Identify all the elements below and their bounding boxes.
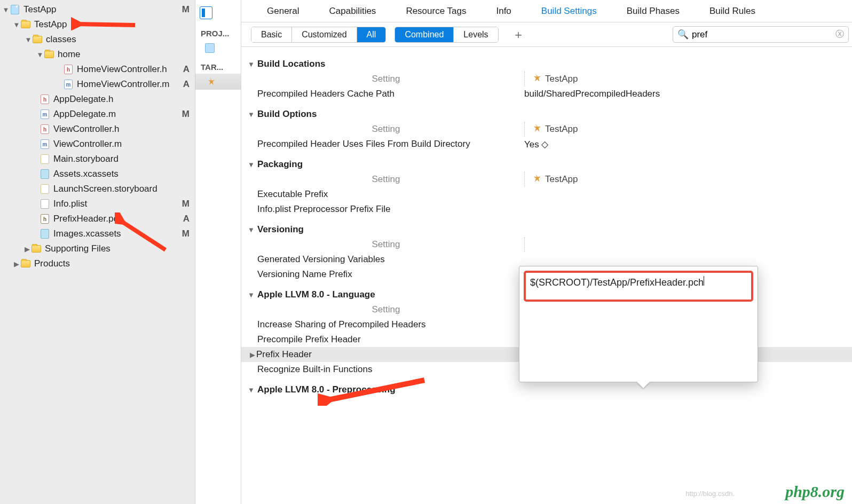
app-icon [530,73,541,86]
column-setting-title: Setting [248,239,524,250]
disclosure-icon[interactable]: ▼ [25,36,32,44]
tree-file-info-plist[interactable]: ▶ Info.plist M [0,196,195,211]
scope-customized[interactable]: Customized [291,27,356,42]
header-file-icon: h [41,124,49,134]
value-editor-input[interactable]: $(SRCROOT)/TestApp/PrefixHeader.pch [524,271,753,302]
targets-header: TAR... [195,57,241,74]
tab-build-rules[interactable]: Build Rules [695,0,770,22]
setting-label: Info.plist Preprocessor Prefix File [248,204,390,215]
add-setting-button[interactable]: ＋ [507,27,530,43]
watermark-url: http://blog.csdn. [685,490,735,498]
tree-group-home[interactable]: ▼ home [0,47,195,62]
setting-pch-uses-build-dir[interactable]: Precompiled Header Uses Files From Build… [241,137,852,152]
scm-status: A [183,79,195,90]
tree-label: Info.plist [53,199,87,209]
tree-file-assets[interactable]: ▶ Assets.xcassets [0,167,195,182]
tree-file-vc-h[interactable]: ▶ h ViewController.h [0,122,195,137]
scm-status: A [183,214,195,224]
tree-label: AppDelegate.h [53,94,113,105]
clear-search-icon[interactable]: ⓧ [835,29,844,40]
header-file-icon: h [64,65,73,74]
section-title: Apple LLVM 8.0 - Language [257,289,375,300]
pch-icon: h [41,214,49,224]
disclosure-icon[interactable]: ▼ [248,111,255,119]
disclosure-icon[interactable]: ▼ [2,6,10,14]
tree-label: PrefixHeader.pch [53,214,123,224]
folder-icon [44,51,54,58]
popover-arrow-icon [637,382,650,388]
svg-line-0 [76,24,135,25]
setting-value[interactable]: build/SharedPrecompiledHeaders [524,89,660,99]
setting-label: Precompile Prefix Header [248,334,361,345]
setting-pch-cache-path[interactable]: Precompiled Headers Cache Path build/Sha… [241,86,852,101]
value-editor-popover[interactable]: $(SRCROOT)/TestApp/PrefixHeader.pch [519,266,758,382]
disclosure-icon[interactable]: ▼ [248,161,255,169]
xcodeproj-icon [11,5,19,14]
tree-group-classes[interactable]: ▼ classes [0,32,195,47]
tree-file-appdelegate-m[interactable]: ▶ m AppDelegate.m M [0,107,195,122]
disclosure-icon[interactable]: ▶ [23,245,31,253]
tab-build-settings[interactable]: Build Settings [526,0,612,22]
scope-basic[interactable]: Basic [251,27,291,42]
folder-icon [33,36,42,43]
section-title: Packaging [257,159,303,170]
search-icon: 🔍 [677,29,689,40]
tree-file-hvc-h[interactable]: ▶ h HomeViewController.h A [0,62,195,77]
tree-file-launchscreen[interactable]: ▶ LaunchScreen.storyboard [0,182,195,196]
disclosure-icon[interactable]: ▼ [248,291,255,299]
impl-file-icon: m [41,139,49,149]
value-editor-text: $(SRCROOT)/TestApp/PrefixHeader.pch [530,277,704,288]
outline-toggle-icon[interactable] [200,6,212,19]
setting-value[interactable]: Yes ◇ [524,139,548,150]
disclosure-icon[interactable]: ▼ [248,226,255,234]
project-item[interactable] [195,40,241,56]
tab-general[interactable]: General [252,0,314,22]
setting-infoplist-prefix-file[interactable]: Info.plist Preprocessor Prefix File [241,202,852,217]
tree-label: TestApp [34,19,67,30]
target-name: TestApp [545,74,578,84]
tree-label: ViewController.h [53,124,119,135]
setting-label: Prefix Header [256,349,312,360]
disclosure-icon[interactable]: ▼ [248,386,255,394]
view-combined[interactable]: Combined [395,27,453,42]
setting-label: Generated Versioning Variables [248,254,385,265]
tab-info[interactable]: Info [481,0,526,22]
section-build-locations: ▼ Build Locations Setting TestApp Precom… [241,57,852,101]
setting-label: Increase Sharing of Precompiled Headers [248,319,426,330]
editor-area: General Capabilities Resource Tags Info … [241,0,852,504]
setting-label: Recognize Built-in Functions [248,364,372,375]
settings-search[interactable]: 🔍 ⓧ [673,26,849,43]
search-input[interactable] [692,29,835,40]
tree-label: Assets.xcassets [53,169,119,179]
svg-line-1 [120,220,165,250]
tree-label: Images.xcassets [53,229,121,239]
tab-resource-tags[interactable]: Resource Tags [391,0,481,22]
tab-build-phases[interactable]: Build Phases [612,0,695,22]
disclosure-icon[interactable]: ▶ [13,260,20,268]
scope-all[interactable]: All [357,27,386,42]
tree-label: HomeViewController.m [77,79,170,90]
section-title: Versioning [257,224,304,235]
scm-status: M [182,4,195,15]
tree-file-vc-m[interactable]: ▶ m ViewController.m [0,137,195,152]
project-editor-tabbar: General Capabilities Resource Tags Info … [241,0,852,22]
disclosure-icon[interactable]: ▶ [250,351,255,359]
target-item-testapp[interactable] [195,74,241,90]
disclosure-icon[interactable]: ▼ [36,51,44,59]
folder-icon [21,21,30,28]
setting-executable-prefix[interactable]: Executable Prefix [241,187,852,202]
setting-generated-versioning[interactable]: Generated Versioning Variables [241,252,852,267]
scm-status: A [183,64,195,75]
disclosure-icon[interactable]: ▼ [13,21,20,29]
tree-group-products[interactable]: ▶ Products [0,256,195,271]
tree-file-hvc-m[interactable]: ▶ m HomeViewController.m A [0,77,195,92]
tree-file-main-storyboard[interactable]: ▶ Main.storyboard [0,152,195,167]
project-target-list: PROJ... TAR... [195,0,241,504]
tree-label: Main.storyboard [53,154,119,164]
tree-label: home [58,49,81,60]
watermark-logo: php8.org [785,483,845,501]
view-levels[interactable]: Levels [453,27,498,42]
tab-capabilities[interactable]: Capabilities [314,0,391,22]
disclosure-icon[interactable]: ▼ [248,60,255,68]
tree-file-appdelegate-h[interactable]: ▶ h AppDelegate.h [0,92,195,107]
